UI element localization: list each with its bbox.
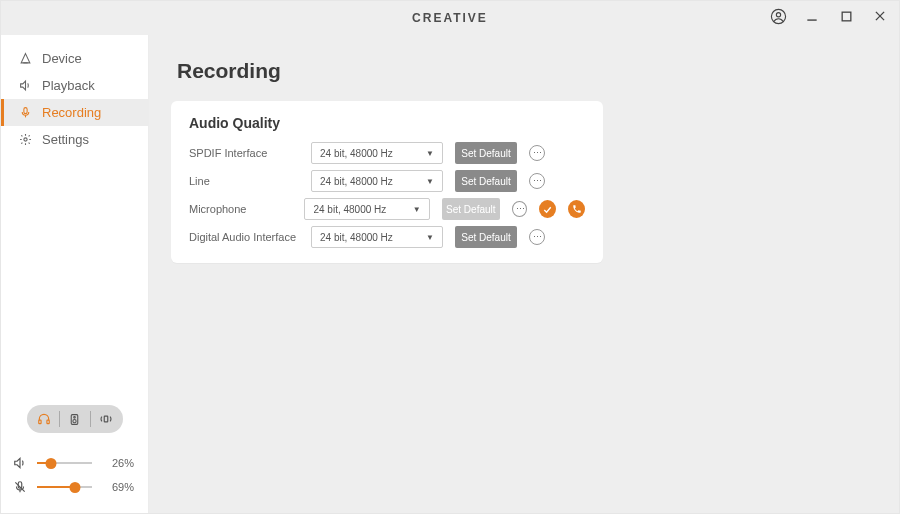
- card-title: Audio Quality: [189, 115, 585, 131]
- device-icon: [18, 52, 32, 66]
- toggle-headphones[interactable]: [33, 408, 55, 430]
- sidebar-item-label: Playback: [42, 78, 95, 93]
- brand-logo: CREATIVE: [412, 11, 488, 25]
- svg-point-1: [776, 12, 780, 16]
- account-icon[interactable]: [769, 7, 787, 25]
- svg-marker-17: [15, 458, 20, 467]
- volume-icon: [13, 456, 29, 470]
- phone-badge-icon: [568, 200, 585, 218]
- maximize-icon[interactable]: [837, 7, 855, 25]
- device-label: Microphone: [189, 203, 292, 215]
- svg-rect-12: [46, 420, 48, 424]
- sidebar-item-settings[interactable]: Settings: [1, 126, 148, 153]
- sidebar: Device Playback Recording: [1, 35, 149, 513]
- svg-point-14: [74, 416, 76, 418]
- more-options-button[interactable]: ⋯: [529, 229, 545, 245]
- output-volume-value: 26%: [100, 457, 134, 469]
- sidebar-item-label: Device: [42, 51, 82, 66]
- svg-point-15: [73, 419, 76, 422]
- audio-quality-row: Digital Audio Interface 24 bit, 48000 Hz…: [189, 223, 585, 251]
- close-icon[interactable]: [871, 7, 889, 25]
- svg-rect-3: [842, 12, 851, 21]
- device-label: Digital Audio Interface: [189, 231, 299, 243]
- page-title: Recording: [177, 59, 877, 83]
- titlebar: CREATIVE: [1, 1, 899, 35]
- svg-marker-7: [20, 81, 25, 90]
- more-options-button[interactable]: ⋯: [512, 201, 527, 217]
- chevron-down-icon: ▼: [426, 177, 434, 186]
- audio-quality-row: Line 24 bit, 48000 Hz ▼ Set Default ⋯: [189, 167, 585, 195]
- output-volume-row: 26%: [13, 451, 134, 475]
- set-default-button[interactable]: Set Default: [455, 142, 517, 164]
- device-label: SPDIF Interface: [189, 147, 299, 159]
- chevron-down-icon: ▼: [426, 233, 434, 242]
- bitrate-select[interactable]: 24 bit, 48000 Hz ▼: [304, 198, 429, 220]
- more-options-button[interactable]: ⋯: [529, 173, 545, 189]
- select-value: 24 bit, 48000 Hz: [320, 176, 393, 187]
- more-options-button[interactable]: ⋯: [529, 145, 545, 161]
- set-default-button[interactable]: Set Default: [455, 226, 517, 248]
- audio-quality-row: Microphone 24 bit, 48000 Hz ▼ Set Defaul…: [189, 195, 585, 223]
- bitrate-select[interactable]: 24 bit, 48000 Hz ▼: [311, 142, 443, 164]
- svg-point-10: [23, 138, 26, 141]
- svg-rect-11: [38, 420, 40, 424]
- audio-quality-card: Audio Quality SPDIF Interface 24 bit, 48…: [171, 101, 603, 263]
- mic-muted-icon: [13, 480, 29, 494]
- minimize-icon[interactable]: [803, 7, 821, 25]
- microphone-icon: [18, 106, 32, 120]
- main-panel: Recording Audio Quality SPDIF Interface …: [149, 35, 899, 513]
- svg-rect-16: [104, 416, 108, 422]
- chevron-down-icon: ▼: [426, 149, 434, 158]
- set-default-button[interactable]: Set Default: [455, 170, 517, 192]
- sidebar-item-recording[interactable]: Recording: [1, 99, 148, 126]
- mic-volume-row: 69%: [13, 475, 134, 499]
- device-toggle: [1, 405, 148, 433]
- toggle-surround[interactable]: [95, 408, 117, 430]
- sidebar-item-label: Recording: [42, 105, 101, 120]
- set-default-button[interactable]: Set Default: [442, 198, 500, 220]
- audio-quality-row: SPDIF Interface 24 bit, 48000 Hz ▼ Set D…: [189, 139, 585, 167]
- device-label: Line: [189, 175, 299, 187]
- mic-volume-slider[interactable]: [37, 486, 92, 488]
- select-value: 24 bit, 48000 Hz: [313, 204, 386, 215]
- bitrate-select[interactable]: 24 bit, 48000 Hz ▼: [311, 170, 443, 192]
- toggle-speakers[interactable]: [64, 408, 86, 430]
- chevron-down-icon: ▼: [413, 205, 421, 214]
- speaker-icon: [18, 79, 32, 93]
- bitrate-select[interactable]: 24 bit, 48000 Hz ▼: [311, 226, 443, 248]
- sidebar-item-device[interactable]: Device: [1, 45, 148, 72]
- sidebar-item-playback[interactable]: Playback: [1, 72, 148, 99]
- check-badge-icon: [539, 200, 556, 218]
- sidebar-item-label: Settings: [42, 132, 89, 147]
- mic-volume-value: 69%: [100, 481, 134, 493]
- svg-rect-8: [23, 108, 26, 114]
- output-volume-slider[interactable]: [37, 462, 92, 464]
- gear-icon: [18, 133, 32, 147]
- select-value: 24 bit, 48000 Hz: [320, 148, 393, 159]
- select-value: 24 bit, 48000 Hz: [320, 232, 393, 243]
